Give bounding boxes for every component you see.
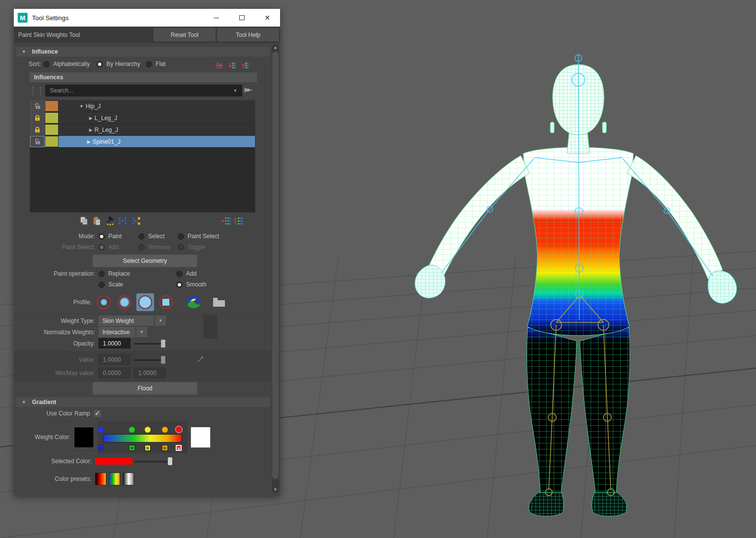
minimize-button[interactable] <box>203 9 229 27</box>
paint-select-remove-radio[interactable]: Remove <box>138 244 178 251</box>
ramp-stop-dot[interactable] <box>129 427 135 433</box>
normalize-weights-select[interactable]: Interactive <box>98 327 135 337</box>
radio-icon <box>98 244 105 251</box>
ramp-stop-marker[interactable]: ✕ <box>162 445 168 451</box>
opacity-slider[interactable] <box>134 340 166 348</box>
selected-color-slider[interactable] <box>134 457 173 465</box>
weight-type-dropdown-icon[interactable]: ▼ <box>155 316 166 326</box>
selected-color-swatch[interactable] <box>95 458 132 465</box>
mode-paint-select-radio[interactable]: Paint Select <box>178 233 219 240</box>
ramp-stop-dot[interactable] <box>175 426 183 433</box>
expand-arrow-icon[interactable]: ▶ <box>87 139 91 144</box>
mode-paint-radio[interactable]: Paint <box>98 233 138 240</box>
value-input[interactable]: 1.0000 <box>98 354 130 365</box>
brush-square-icon[interactable] <box>157 293 175 311</box>
scroll-up-icon[interactable]: ▲ <box>272 44 279 51</box>
tool-help-button[interactable]: Tool Help <box>217 28 279 41</box>
ramp-stop-dot[interactable] <box>145 427 151 433</box>
value-label: Value: <box>14 356 98 363</box>
sort-weights-down-icon[interactable] <box>226 60 239 71</box>
prune-weights-hammer-icon[interactable] <box>103 215 116 227</box>
select-geometry-button[interactable]: Select Geometry <box>93 254 197 267</box>
paste-weights-icon[interactable] <box>91 215 103 227</box>
profile-row: Profile: <box>14 292 231 313</box>
influence-color-swatch[interactable] <box>45 136 59 147</box>
scrollbar-thumb[interactable] <box>272 52 279 479</box>
paint-op-scale-radio[interactable]: Scale <box>98 281 176 288</box>
influence-row-hip[interactable]: ▼ Hip_J <box>30 100 255 112</box>
influence-row-r-leg[interactable]: ▶ R_Leg_J <box>30 124 255 135</box>
swap-weights-icon[interactable] <box>129 215 142 227</box>
paint-select-add-radio[interactable]: Add <box>98 244 138 251</box>
brush-image-icon[interactable] <box>185 293 202 311</box>
mode-select-radio[interactable]: Select <box>138 233 178 240</box>
copy-weights-icon[interactable] <box>78 215 91 227</box>
maximize-button[interactable] <box>229 9 254 27</box>
color-ramp-bar[interactable] <box>103 434 182 443</box>
weight-type-select[interactable]: Skin Weight <box>98 316 154 326</box>
unlock-icon[interactable] <box>30 100 45 112</box>
ramp-start-color-swatch[interactable] <box>74 427 94 448</box>
sort-by-hierarchy-radio[interactable]: By Hierarchy <box>96 61 146 67</box>
ramp-stop-marker[interactable]: ✕ <box>98 445 104 451</box>
radio-icon <box>146 61 152 67</box>
influence-color-swatch[interactable] <box>45 124 59 135</box>
lock-icon[interactable] <box>30 124 45 135</box>
ramp-stop-marker[interactable]: ✕ <box>176 445 182 451</box>
move-influence-up-icon[interactable] <box>232 215 245 227</box>
ramp-end-color-swatch[interactable] <box>190 427 211 448</box>
lock-icon[interactable] <box>30 112 45 124</box>
ramp-stop-marker[interactable]: ✕ <box>129 445 135 451</box>
sort-flat-radio[interactable]: Flat <box>146 61 165 67</box>
paint-op-replace-radio[interactable]: Replace <box>98 270 176 277</box>
refresh-influences-icon[interactable] <box>213 60 226 71</box>
sort-weights-up-icon[interactable] <box>239 60 252 71</box>
preset-fire-swatch[interactable] <box>95 473 106 485</box>
window-titlebar[interactable]: M Tool Settings ✕ <box>14 9 280 27</box>
max-value-input[interactable]: 1.0000 <box>134 368 166 378</box>
brush-soft-icon[interactable] <box>116 293 133 311</box>
pin-icon[interactable] <box>244 87 252 95</box>
gradient-section-header[interactable]: ▼ Gradient <box>16 397 270 407</box>
flood-button[interactable]: Flood <box>93 382 197 395</box>
normalize-weights-dropdown-icon[interactable]: ▼ <box>136 327 147 337</box>
ramp-stop-dot[interactable] <box>98 427 104 433</box>
move-influence-left-icon[interactable] <box>220 215 232 227</box>
scroll-down-icon[interactable]: ▼ <box>272 486 279 493</box>
unlock-icon[interactable] <box>30 136 45 147</box>
close-button[interactable]: ✕ <box>254 9 280 27</box>
browse-profile-folder-icon[interactable] <box>210 293 228 311</box>
ramp-stop-marker[interactable]: ✕ <box>145 445 151 451</box>
min-value-input[interactable]: 0.0000 <box>98 368 130 378</box>
influence-section-header[interactable]: ▼ Influence <box>16 47 270 57</box>
brush-gaussian-icon[interactable] <box>95 293 113 311</box>
panel-scrollbar[interactable]: ▲ ▼ <box>272 44 279 493</box>
search-input[interactable] <box>45 85 242 96</box>
paint-op-add-radio[interactable]: Add <box>176 270 196 277</box>
selection-brackets-icon[interactable] <box>32 87 41 95</box>
sort-alphabetically-radio[interactable]: Alphabetically <box>43 61 96 67</box>
color-ramp[interactable]: ✕✕✕✕✕ <box>98 421 188 453</box>
influence-color-swatch[interactable] <box>45 112 59 124</box>
preset-rainbow-swatch[interactable] <box>109 473 120 485</box>
weights-icon-toolbar <box>78 215 245 227</box>
influence-row-spine01[interactable]: ▶ Spine01_J <box>30 136 255 147</box>
ramp-stop-dot[interactable] <box>162 427 168 433</box>
expand-arrow-icon[interactable]: ▶ <box>89 116 93 121</box>
expand-arrow-icon[interactable]: ▶ <box>89 127 93 132</box>
paint-op-smooth-radio[interactable]: Smooth <box>176 281 206 288</box>
influence-row-l-leg[interactable]: ▶ L_Leg_J <box>30 112 255 124</box>
eyedropper-icon[interactable] <box>197 355 205 364</box>
viewport-model[interactable] <box>415 55 737 516</box>
weight-type-row: Weight Type: Skin Weight ▼ <box>14 316 166 326</box>
reset-tool-button[interactable]: Reset Tool <box>154 28 216 41</box>
preset-grayscale-swatch[interactable] <box>123 473 134 485</box>
expand-arrow-icon[interactable]: ▼ <box>79 104 84 109</box>
move-weights-to-joint-icon[interactable] <box>116 215 129 227</box>
influence-color-swatch[interactable] <box>45 100 59 112</box>
brush-solid-icon[interactable] <box>136 293 154 311</box>
opacity-input[interactable]: 1.0000 <box>98 338 130 348</box>
paint-select-toggle-radio[interactable]: Toggle <box>178 244 205 251</box>
use-color-ramp-checkbox[interactable]: ✓ <box>94 410 101 417</box>
value-slider[interactable] <box>134 356 166 364</box>
